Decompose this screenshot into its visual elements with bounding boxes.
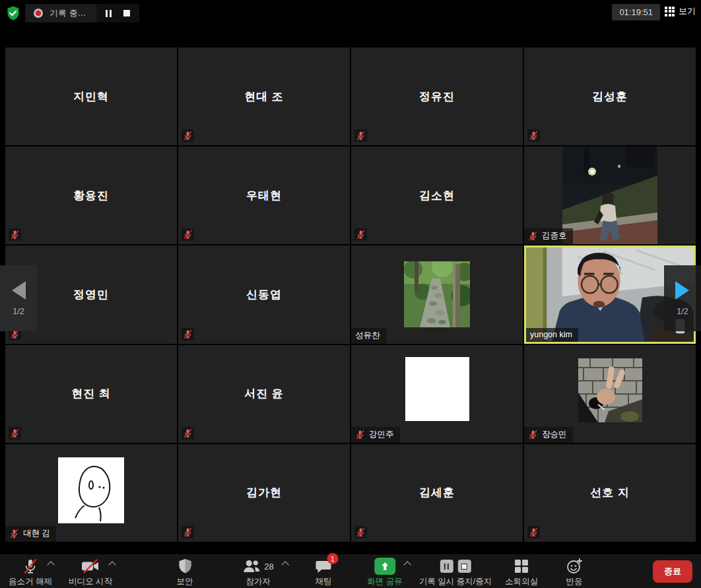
participant-tile[interactable]: 강민주 bbox=[351, 345, 523, 443]
record-button[interactable]: 기록 일시 중지/중지 bbox=[419, 558, 492, 587]
chat-badge: 1 bbox=[327, 553, 339, 564]
participant-name: 김세훈 bbox=[351, 444, 523, 542]
muted-mic-icon bbox=[9, 228, 21, 241]
participant-name: 현대 조 bbox=[178, 48, 350, 145]
participant-count: 28 bbox=[264, 562, 273, 572]
pause-recording-icon[interactable] bbox=[106, 10, 112, 17]
muted-mic-icon bbox=[10, 428, 20, 438]
pause-recording-button[interactable] bbox=[440, 560, 453, 573]
meeting-security-shield-icon[interactable] bbox=[5, 5, 21, 21]
chevron-up-icon[interactable] bbox=[108, 561, 116, 568]
recording-controls bbox=[96, 4, 139, 22]
reactions-button[interactable]: 반응 bbox=[566, 558, 583, 587]
participant-tile[interactable]: 서진 윤 bbox=[178, 345, 350, 443]
share-screen-icon bbox=[374, 558, 395, 575]
meeting-timer: 01:19:51 bbox=[612, 4, 660, 20]
stop-recording-icon[interactable] bbox=[123, 10, 130, 16]
previous-page-button[interactable]: 1/2 bbox=[0, 265, 37, 331]
chevron-up-icon[interactable] bbox=[403, 561, 411, 568]
muted-mic-icon bbox=[355, 430, 365, 440]
muted-mic-icon bbox=[183, 329, 193, 339]
participant-name-tag: 성유찬 bbox=[351, 328, 386, 344]
participant-tile[interactable]: 대현 김 bbox=[5, 444, 177, 542]
gallery-grid: 지민혁현대 조 정유진 김성훈 황용진 우태현 김소현 김종호정영민 신동엽 bbox=[5, 48, 696, 542]
muted-mic-icon bbox=[10, 230, 20, 240]
participant-name: 신동엽 bbox=[178, 245, 350, 343]
chevron-up-icon[interactable] bbox=[282, 561, 289, 568]
muted-mic-icon bbox=[183, 428, 193, 438]
share-button[interactable]: 화면 공유 bbox=[367, 558, 402, 587]
muted-mic-icon bbox=[527, 526, 540, 539]
button-label: 화면 공유 bbox=[367, 576, 402, 587]
participant-name: 김가현 bbox=[178, 444, 350, 542]
participant-tile[interactable]: 김소현 bbox=[351, 147, 523, 244]
reactions-icon bbox=[566, 558, 583, 575]
participant-tile[interactable]: 황용진 bbox=[5, 147, 177, 244]
participant-name: 지민혁 bbox=[5, 48, 177, 145]
mic-muted-icon bbox=[22, 558, 39, 575]
muted-mic-icon bbox=[9, 529, 19, 539]
chevron-up-icon[interactable] bbox=[47, 561, 54, 568]
participant-tile[interactable]: 선호 지 bbox=[524, 444, 696, 542]
participant-name: 황용진 bbox=[5, 147, 177, 244]
muted-mic-icon bbox=[527, 129, 540, 142]
muted-mic-icon bbox=[528, 430, 538, 440]
muted-mic-icon bbox=[182, 328, 194, 341]
chevron-right-icon bbox=[674, 280, 691, 300]
participant-name: 김소현 bbox=[351, 147, 523, 244]
participant-tile[interactable]: 김가현 bbox=[178, 444, 350, 542]
participant-tile[interactable]: 성유찬 bbox=[351, 245, 523, 343]
participant-video-hand-photo bbox=[578, 358, 642, 422]
button-label: 보안 bbox=[177, 576, 193, 587]
participant-tile[interactable]: 신동엽 bbox=[178, 245, 350, 343]
participant-tile[interactable]: 현진 최 bbox=[5, 345, 177, 443]
participant-tile[interactable]: 김성훈 bbox=[524, 48, 696, 145]
security-button[interactable]: 보안 bbox=[177, 558, 193, 587]
participant-avatar-white-square bbox=[405, 357, 469, 421]
top-bar: 기록 중... 01:19:51 보기 bbox=[0, 0, 701, 26]
record-dot-icon bbox=[33, 8, 44, 18]
muted-mic-icon bbox=[183, 131, 193, 141]
participant-tile[interactable]: 김세훈 bbox=[351, 444, 523, 542]
button-label: 비디오 시작 bbox=[69, 576, 112, 587]
participant-name: 우태현 bbox=[178, 147, 350, 244]
zoom-meeting-window: 기록 중... 01:19:51 보기 지민혁현대 조 정유진 김성훈 황용진 … bbox=[0, 0, 701, 588]
view-button[interactable]: 보기 bbox=[665, 5, 696, 17]
muted-mic-icon bbox=[182, 129, 194, 142]
muted-mic-icon bbox=[354, 228, 367, 241]
view-label: 보기 bbox=[679, 5, 696, 17]
participant-tile[interactable]: 장승민 bbox=[524, 345, 696, 443]
end-meeting-button[interactable]: 종료 bbox=[653, 560, 692, 583]
participant-avatar-doodle-face bbox=[58, 457, 124, 523]
muted-mic-icon bbox=[354, 129, 367, 142]
participant-tile[interactable]: 우태현 bbox=[178, 147, 350, 244]
unmute-button[interactable]: 음소거 해제 bbox=[9, 558, 52, 587]
next-page-button[interactable]: 1/2 bbox=[664, 265, 701, 331]
participant-name: 대현 김 bbox=[23, 528, 50, 539]
stop-recording-button[interactable] bbox=[457, 560, 471, 573]
participant-tile[interactable]: 정유진 bbox=[351, 48, 523, 145]
participant-name: 서진 윤 bbox=[178, 345, 350, 443]
muted-mic-icon bbox=[183, 527, 193, 537]
button-label: 기록 일시 중지/중지 bbox=[419, 576, 492, 587]
participant-name: 김성훈 bbox=[524, 48, 696, 145]
participants-icon bbox=[242, 558, 261, 574]
chevron-left-icon bbox=[10, 280, 27, 300]
participant-name: 현진 최 bbox=[5, 345, 177, 443]
participant-name: 강민주 bbox=[369, 429, 394, 440]
meeting-toolbar: 종료 음소거 해제비디오 시작보안28참가자1채팅화면 공유기록 일시 중지/중… bbox=[0, 554, 701, 588]
camera-muted-icon bbox=[81, 558, 100, 575]
recording-status-label: 기록 중... bbox=[50, 8, 86, 19]
participant-name-tag: 강민주 bbox=[351, 427, 400, 443]
participants-button[interactable]: 28참가자 bbox=[242, 558, 273, 587]
participant-name: 장승민 bbox=[542, 429, 567, 440]
button-label: 반응 bbox=[566, 576, 583, 587]
participant-tile[interactable]: 김종호 bbox=[524, 147, 696, 244]
participant-tile[interactable]: 현대 조 bbox=[178, 48, 350, 145]
breakout-button[interactable]: 소회의실 bbox=[505, 558, 538, 587]
participant-tile[interactable]: 지민혁 bbox=[5, 48, 177, 145]
chat-button[interactable]: 1채팅 bbox=[316, 558, 332, 587]
muted-mic-icon bbox=[529, 131, 539, 141]
muted-mic-icon bbox=[182, 228, 194, 241]
video-button[interactable]: 비디오 시작 bbox=[69, 558, 112, 587]
